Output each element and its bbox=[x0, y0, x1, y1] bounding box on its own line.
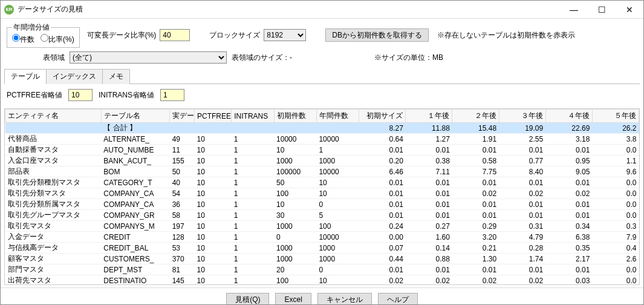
table-row[interactable]: 代替商品ALTERNATE_4910110000100000.641.271.9… bbox=[5, 134, 639, 145]
table-row[interactable]: 入金データCREDIT1281010100000.001.603.204.796… bbox=[5, 232, 639, 243]
table-row[interactable]: 取引先分類マスタCOMPANY_CA54101100100.010.010.02… bbox=[5, 188, 639, 199]
pctfree-default-input[interactable] bbox=[68, 89, 93, 101]
cancel-button[interactable]: キャンセル bbox=[317, 293, 372, 305]
th-initcount[interactable]: 初期件数 bbox=[274, 110, 316, 123]
window-title: データサイズの見積 bbox=[18, 4, 560, 15]
blocksize-select[interactable]: 8192 bbox=[264, 29, 306, 41]
tab-body: PCTFREE省略値 INITRANS省略値 bbox=[1, 84, 643, 106]
footer-buttons: 見積(Q) Excel キャンセル ヘルプ bbox=[1, 287, 643, 305]
th-initrans[interactable]: INITRANS bbox=[232, 110, 274, 123]
header-row: エンティティ名 テーブル名 実データ PCTFREE INITRANS 初期件数… bbox=[5, 110, 639, 123]
pctfree-default-label: PCTFREE省略値 bbox=[7, 90, 62, 100]
warn-label: ※存在しないテーブルは初期件数を赤表示 bbox=[437, 30, 575, 41]
th-initsize[interactable]: 初期サイズ bbox=[359, 110, 406, 123]
table-container: エンティティ名 テーブル名 実データ PCTFREE INITRANS 初期件数… bbox=[4, 108, 640, 285]
table-row[interactable]: 取引先マスタCOMPANYS_M19710110001000.240.270.2… bbox=[5, 221, 639, 232]
th-y1[interactable]: １年後 bbox=[406, 110, 452, 123]
year-increment-group: 年間増分値 件数 比率(%) bbox=[7, 22, 80, 48]
titlebar: ER データサイズの見積 ― ☐ ✕ bbox=[1, 1, 643, 19]
table-row[interactable]: 取引先分類所属マスタCOMPANY_CA361011000.010.010.01… bbox=[5, 199, 639, 210]
initrans-default-input[interactable] bbox=[160, 89, 184, 101]
excel-button[interactable]: Excel bbox=[275, 293, 311, 305]
tab-table[interactable]: テーブル bbox=[4, 69, 47, 84]
th-y4[interactable]: ４年後 bbox=[545, 110, 592, 123]
tab-index[interactable]: インデックス bbox=[46, 69, 103, 84]
table-row[interactable]: 取引先グループマスタCOMPANY_GR581013050.010.010.01… bbox=[5, 210, 639, 221]
th-y5[interactable]: ５年後 bbox=[592, 110, 639, 123]
table-body: 【 合計 】8.2711.8815.4819.0922.6926.2代替商品AL… bbox=[5, 123, 639, 285]
year-increment-legend: 年間増分値 bbox=[12, 22, 51, 33]
table-row[interactable]: 取引先分類種別マスタCATEGORY_T4010150100.010.010.0… bbox=[5, 177, 639, 188]
table-row[interactable]: 部門マスタDEPT_MST811012000.010.010.010.010.0… bbox=[5, 264, 639, 275]
radio-ratio[interactable]: 比率(%) bbox=[41, 34, 74, 45]
radio-count[interactable]: 件数 bbox=[12, 34, 34, 45]
maximize-button[interactable]: ☐ bbox=[588, 1, 616, 19]
help-button[interactable]: ヘルプ bbox=[378, 293, 418, 305]
blocksize-label: ブロックサイズ bbox=[209, 30, 260, 41]
th-y3[interactable]: ３年後 bbox=[499, 110, 545, 123]
th-real[interactable]: 実データ bbox=[170, 110, 195, 123]
table-row[interactable]: 自動採番マスタAUTO_NUMBE111011010.010.010.010.0… bbox=[5, 145, 639, 156]
tabs: テーブル インデックス メモ bbox=[4, 68, 640, 84]
app-icon: ER bbox=[4, 5, 14, 15]
area-select[interactable]: (全て) bbox=[70, 51, 227, 64]
minimize-button[interactable]: ― bbox=[560, 1, 588, 19]
unit-note: ※サイズの単位：MB bbox=[374, 53, 443, 63]
th-yearcount[interactable]: 年間件数 bbox=[316, 110, 359, 123]
table-row[interactable]: 顧客マスタCUSTOMERS_370101100010000.440.881.3… bbox=[5, 254, 639, 264]
initrans-default-label: INITRANS省略値 bbox=[99, 90, 154, 100]
th-y2[interactable]: ２年後 bbox=[452, 110, 499, 123]
th-entity[interactable]: エンティティ名 bbox=[5, 110, 102, 123]
fetch-db-button[interactable]: DBから初期件数を取得する bbox=[325, 28, 429, 42]
th-pctfree[interactable]: PCTFREE bbox=[195, 110, 232, 123]
upper-panel: 年間増分値 件数 比率(%) 可変長データ比率(%) ブロックサイズ 8192 … bbox=[1, 19, 643, 66]
close-button[interactable]: ✕ bbox=[616, 1, 643, 19]
varlen-input[interactable] bbox=[160, 29, 190, 41]
table-scroll[interactable]: エンティティ名 テーブル名 実データ PCTFREE INITRANS 初期件数… bbox=[5, 109, 639, 284]
radio-ratio-input[interactable] bbox=[41, 34, 48, 42]
table-row[interactable]: 入金口座マスタBANK_ACUT_155101100010000.200.380… bbox=[5, 156, 639, 166]
tab-memo[interactable]: メモ bbox=[102, 69, 130, 84]
data-table: エンティティ名 テーブル名 実データ PCTFREE INITRANS 初期件数… bbox=[5, 109, 639, 284]
total-row[interactable]: 【 合計 】8.2711.8815.4819.0922.6926.2 bbox=[5, 123, 639, 134]
table-row[interactable]: 与信残高データCREDIT_BAL53101100010000.070.140.… bbox=[5, 243, 639, 254]
radio-count-input[interactable] bbox=[12, 34, 20, 42]
table-row[interactable]: 部品表BOM50101100000100006.467.117.758.409.… bbox=[5, 166, 639, 177]
estimate-button[interactable]: 見積(Q) bbox=[226, 293, 269, 305]
th-table[interactable]: テーブル名 bbox=[101, 110, 169, 123]
table-row[interactable]: 出荷先マスタDESTINATIO145101100100.020.020.020… bbox=[5, 275, 639, 285]
area-label: 表領域 bbox=[43, 53, 65, 63]
area-size-label: 表領域のサイズ：- bbox=[232, 53, 292, 63]
varlen-label: 可変長データ比率(%) bbox=[87, 30, 157, 41]
